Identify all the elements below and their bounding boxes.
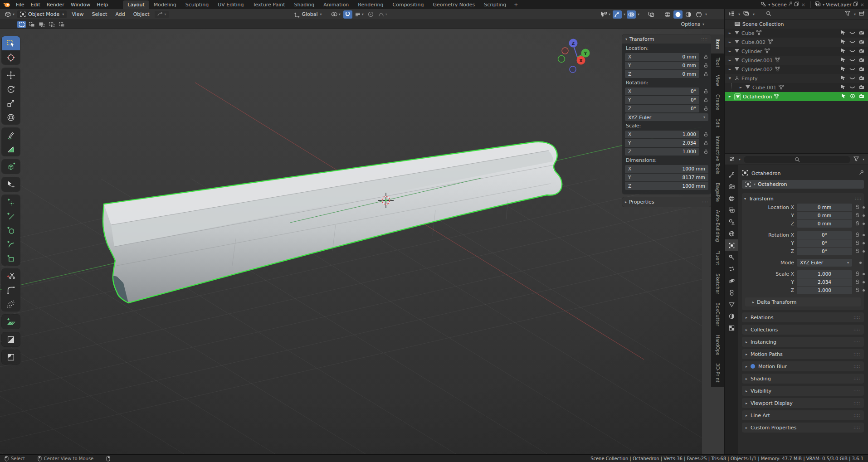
hide-eye-closed-icon[interactable] <box>849 39 855 45</box>
hide-eye-closed-icon[interactable] <box>849 85 855 91</box>
selectable-pointer-icon[interactable] <box>841 30 846 36</box>
gizmos-dropdown-arrow[interactable]: ▾ <box>624 12 625 16</box>
tab-view-layer-icon[interactable] <box>725 204 738 216</box>
object-name-field[interactable]: ▾ Octahedron <box>742 180 864 189</box>
location-y-field[interactable]: Y0 mm <box>625 62 699 69</box>
motion-blur-checkbox[interactable] <box>751 364 755 369</box>
lock-icon[interactable] <box>855 240 860 247</box>
show-object-types-dropdown[interactable]: ▾ <box>600 10 611 19</box>
outliner-row-cylinder[interactable]: ► Cylinder <box>725 47 868 56</box>
tool-add-cube[interactable] <box>2 160 20 174</box>
tool-array-arc[interactable] <box>2 297 20 311</box>
select-mode-intersect[interactable] <box>57 21 66 28</box>
scale-z-field[interactable]: Z1.000 <box>625 148 699 156</box>
tab-world-icon[interactable] <box>725 228 738 239</box>
shading-material-button[interactable] <box>684 10 693 19</box>
outliner-search-icon[interactable] <box>766 11 771 18</box>
hide-eye-closed-icon[interactable] <box>849 67 855 73</box>
panel-grip[interactable]: :::: <box>701 37 708 41</box>
display-mode-dropdown-arrow[interactable]: ▾ <box>753 12 755 16</box>
panel-line-art[interactable]: ▸Line Art:::: <box>742 410 864 420</box>
animate-dot[interactable] <box>863 273 865 275</box>
animate-dot[interactable] <box>863 214 865 217</box>
show-eye-open-icon[interactable] <box>850 93 855 100</box>
animate-dot[interactable] <box>863 289 865 292</box>
panel-collections[interactable]: ▸Collections:::: <box>742 325 864 335</box>
prop-location-y[interactable]: 0 mm <box>797 212 852 219</box>
mode-dropdown[interactable]: Object Mode ▾ <box>17 10 67 18</box>
tool-add-grid[interactable] <box>2 315 20 329</box>
panel-custom-properties[interactable]: ▸Custom Properties:::: <box>742 423 864 433</box>
shading-dropdown-arrow[interactable]: ▾ <box>705 12 707 16</box>
tool-add-point[interactable] <box>2 195 20 209</box>
menu-edit[interactable]: Edit <box>27 1 43 9</box>
delta-transform-subpanel[interactable]: ▸ Delta Transform <box>745 297 861 306</box>
overlays-dropdown-arrow[interactable]: ▾ <box>638 12 639 16</box>
outliner-row-scene-collection[interactable]: ► Scene Collection <box>725 19 868 29</box>
workspace-tab-rendering[interactable]: Rendering <box>353 0 388 9</box>
tool-scale[interactable] <box>2 96 20 110</box>
prop-location-x[interactable]: 0 mm <box>797 204 852 211</box>
pin-scene-icon[interactable] <box>788 1 793 8</box>
lock-icon[interactable] <box>699 97 708 102</box>
lock-icon[interactable] <box>699 71 708 77</box>
location-z-field[interactable]: Z0 mm <box>625 70 699 78</box>
properties-editor-dropdown-arrow[interactable]: ▾ <box>739 157 741 161</box>
tab-sketcher[interactable]: Sketcher <box>711 269 724 298</box>
pivot-point-dropdown[interactable]: ▾ <box>330 10 341 19</box>
tab-auto-building[interactable]: Auto-Building <box>711 206 724 246</box>
selectable-pointer-icon[interactable] <box>841 57 846 63</box>
rotation-mode-dropdown[interactable]: XYZ Euler▾ <box>625 113 708 121</box>
selectable-pointer-icon[interactable] <box>841 66 846 73</box>
filter-icon[interactable] <box>845 11 850 17</box>
lock-icon[interactable] <box>699 131 708 137</box>
tab-object-data-icon[interactable] <box>725 298 738 310</box>
outliner-row-cylinder-002[interactable]: ► Cylinder.002 <box>725 65 868 74</box>
animate-dot[interactable] <box>863 250 865 253</box>
hide-eye-closed-icon[interactable] <box>849 58 855 63</box>
options-dropdown[interactable]: Options▾ <box>681 21 704 27</box>
shading-rendered-button[interactable] <box>694 10 703 19</box>
shading-wireframe-button[interactable] <box>663 10 672 19</box>
tool-corner-bevel[interactable] <box>2 350 20 364</box>
outliner-row-empty[interactable]: ▼ Empty <box>725 74 868 83</box>
menu-add[interactable]: Add <box>112 10 128 19</box>
tab-object-icon-active[interactable] <box>725 239 738 251</box>
outliner-row-octahedron-active[interactable]: ► Octahedron <box>725 92 868 101</box>
scale-x-field[interactable]: X1.000 <box>625 131 699 138</box>
lock-icon[interactable] <box>855 248 860 255</box>
render-camera-icon[interactable] <box>859 85 864 91</box>
prop-rotation-y[interactable]: 0° <box>797 239 852 247</box>
tab-bagapie[interactable]: BagaPie <box>711 179 724 206</box>
workspace-tab-shading[interactable]: Shading <box>290 0 319 9</box>
tab-edit[interactable]: Edit <box>711 114 724 131</box>
tab-hardops[interactable]: HardOps <box>711 331 724 360</box>
tab-scene-icon[interactable] <box>725 216 738 228</box>
scene-icon[interactable] <box>761 1 766 8</box>
render-camera-icon[interactable] <box>859 58 864 63</box>
add-workspace-button[interactable]: + <box>511 0 521 9</box>
tab-render-icon[interactable] <box>725 180 738 192</box>
animate-dot[interactable] <box>863 206 865 209</box>
breadcrumb-object-name[interactable]: Octahedron <box>751 170 780 176</box>
expand-arrow[interactable]: ► <box>727 40 732 44</box>
tab-physics-icon[interactable] <box>725 275 738 287</box>
viewport-canvas[interactable]: Z Y X <box>0 29 724 454</box>
filter-dropdown-arrow[interactable]: ▾ <box>854 12 856 16</box>
animate-dot[interactable] <box>863 234 865 236</box>
xray-toggle[interactable] <box>647 10 656 19</box>
panel-grip[interactable]: :::: <box>853 389 860 393</box>
panel-motion-blur[interactable]: ▸Motion Blur:::: <box>742 361 864 371</box>
panel-grip[interactable]: :::: <box>853 316 860 320</box>
proportional-falloff-dropdown[interactable]: ▾ <box>377 10 388 19</box>
panel-viewport-display[interactable]: ▸Viewport Display:::: <box>742 398 864 408</box>
panel-visibility[interactable]: ▸Visibility:::: <box>742 386 864 396</box>
lock-icon[interactable] <box>855 271 860 277</box>
snap-settings-dropdown[interactable]: ▾ <box>354 10 365 19</box>
tool-add-rectangle[interactable] <box>2 251 20 265</box>
tab-constraints-icon[interactable] <box>725 287 738 298</box>
panel-relations[interactable]: ▸Relations:::: <box>742 312 864 322</box>
tab-output-icon[interactable] <box>725 192 738 204</box>
remove-view-layer-button[interactable]: × <box>859 2 865 8</box>
selectable-pointer-icon[interactable] <box>841 75 846 82</box>
